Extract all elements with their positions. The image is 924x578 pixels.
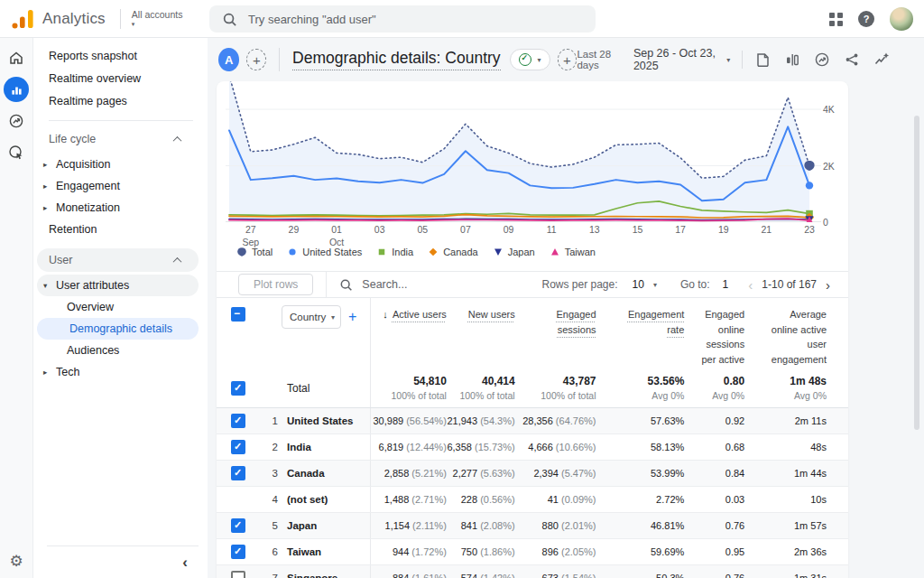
chevron-down-icon: ▾ xyxy=(43,281,56,290)
row-index: 3 xyxy=(262,461,278,486)
sidebar-item-audiences[interactable]: Audiences xyxy=(34,340,199,361)
report-nav: Reports snapshotRealtime overviewRealtim… xyxy=(34,38,208,578)
report-header: A + Demographic details: Country ▾ + Las… xyxy=(208,38,924,81)
column-header-engaged-sessions[interactable]: Engaged sessions xyxy=(515,298,596,368)
sidebar-item-user-attributes[interactable]: ▾User attributes xyxy=(37,275,199,296)
help-icon[interactable]: ? xyxy=(858,11,874,27)
insights-sparkline-icon[interactable] xyxy=(873,51,890,68)
column-header-engagement-rate[interactable]: Engagement rate xyxy=(596,298,685,368)
plot-rows-button[interactable]: Plot rows xyxy=(238,274,313,295)
sidebar-item-monetization[interactable]: ▸Monetization xyxy=(34,197,199,219)
row-checkbox[interactable] xyxy=(231,440,245,454)
x-axis-label: 13 xyxy=(589,224,600,237)
table-search-input[interactable]: Search... xyxy=(339,278,407,292)
table-toolbar: Plot rows Search... Rows per page: 10 ▾ … xyxy=(217,271,848,298)
chevron-up-icon xyxy=(173,135,182,144)
table-total-row: Total54,810100% of total40,414100% of to… xyxy=(217,368,848,408)
country-name: Japan xyxy=(278,513,370,538)
chevron-right-icon: ▸ xyxy=(43,203,56,212)
check-circle-icon xyxy=(519,53,531,66)
chevron-down-icon: ▾ xyxy=(726,56,730,64)
date-range-picker[interactable]: Sep 26 - Oct 23, 2025 ▾ xyxy=(633,47,730,72)
table-row: 1United States30,989 (56.54%)21,943 (54.… xyxy=(217,408,848,434)
date-range-value: Sep 26 - Oct 23, 2025 xyxy=(633,47,720,72)
reports-icon[interactable] xyxy=(4,77,29,102)
x-axis-label: 11 xyxy=(547,224,557,237)
apps-grid-icon[interactable] xyxy=(829,13,843,26)
column-header-active-users[interactable]: ↓ Active users xyxy=(371,298,447,368)
x-axis-label: 05 xyxy=(417,224,428,237)
table-search-placeholder: Search... xyxy=(362,278,407,291)
row-checkbox[interactable] xyxy=(231,571,245,578)
table-row: 2India6,819 (12.44%)6,358 (15.73%)4,666 … xyxy=(217,434,848,461)
collapse-sidebar-icon[interactable]: ‹ xyxy=(182,554,188,572)
timeseries-chart[interactable] xyxy=(226,81,821,222)
table-row: 7Singapore884 (1.61%)574 (1.42%)673 (1.5… xyxy=(217,565,848,578)
row-checkbox[interactable] xyxy=(231,466,245,480)
add-dimension-icon[interactable]: + xyxy=(348,309,356,325)
prev-page-icon[interactable]: ‹ xyxy=(748,277,753,293)
total-label: Total xyxy=(278,368,370,407)
entity-avatar[interactable]: A xyxy=(218,48,239,71)
sidebar-section-life-cycle[interactable]: Life cycle xyxy=(34,127,199,151)
sidebar-item-demographic-details[interactable]: Demographic details xyxy=(37,318,199,340)
x-axis-label: 03 xyxy=(374,224,385,237)
report-saved-state[interactable]: ▾ xyxy=(510,49,550,70)
table-header: Country ▾ + ↓ Active usersNew usersEngag… xyxy=(217,298,848,368)
add-entity-button[interactable]: + xyxy=(246,49,266,70)
global-search-input[interactable]: Try searching "add user" xyxy=(209,5,596,33)
sort-descending-icon: ↓ xyxy=(383,309,391,320)
share-icon[interactable] xyxy=(844,51,860,68)
x-axis-label: 01Oct xyxy=(329,224,344,248)
chevron-right-icon: ▸ xyxy=(43,182,56,191)
sidebar-item-acquisition[interactable]: ▸Acquisition xyxy=(34,154,199,175)
sidebar-item-reports-snapshot[interactable]: Reports snapshot xyxy=(34,45,199,67)
sidebar-item-realtime-pages[interactable]: Realtime pages xyxy=(34,90,199,112)
home-icon[interactable] xyxy=(4,45,29,70)
compare-icon[interactable] xyxy=(784,51,800,68)
column-header-new-users[interactable]: New users xyxy=(447,298,515,368)
sidebar-item-retention[interactable]: Retention xyxy=(34,219,199,240)
legend-marker-diamond-icon xyxy=(428,247,439,257)
row-checkbox[interactable] xyxy=(231,545,245,559)
sidebar-item-tech[interactable]: ▸Tech xyxy=(34,361,199,383)
insights-history-icon[interactable] xyxy=(814,51,830,68)
explore-icon[interactable] xyxy=(4,108,29,134)
x-axis-label: 23 xyxy=(804,224,815,237)
legend-item-united-states: United States xyxy=(287,247,362,257)
admin-gear-icon[interactable]: ⚙ xyxy=(9,552,23,571)
pagination-range: 1-10 of 167 xyxy=(762,278,817,291)
add-report-tab-button[interactable]: + xyxy=(558,49,578,70)
dimension-select[interactable]: Country ▾ xyxy=(282,305,341,329)
row-checkbox[interactable] xyxy=(231,518,245,533)
legend-marker-square-icon xyxy=(376,247,387,257)
next-page-icon[interactable]: › xyxy=(826,277,830,293)
go-to-input[interactable]: 1 xyxy=(723,278,729,291)
page-scrollbar[interactable] xyxy=(914,116,919,430)
chart-zone: 02K4K 27Sep2901Oct0305070911131517192123… xyxy=(217,81,848,271)
sidebar-footer: ‹ xyxy=(47,545,199,578)
date-range-label: Last 28 days xyxy=(577,49,624,70)
rows-per-page-select[interactable]: 10 xyxy=(633,278,644,291)
y-axis-label: 0 xyxy=(823,217,828,228)
legend-marker-triangle-down-icon xyxy=(493,247,504,257)
advertising-icon[interactable] xyxy=(4,140,29,165)
account-switcher[interactable]: All accounts ▾ xyxy=(132,9,183,27)
sidebar-item-engagement[interactable]: ▸Engagement xyxy=(34,175,199,197)
chevron-down-icon: ▾ xyxy=(653,281,657,289)
sidebar-item-overview[interactable]: Overview xyxy=(34,296,199,318)
column-header-average-online-active-user-engagement-time[interactable]: Average online active user engagement ti… xyxy=(744,298,827,368)
chevron-right-icon: ▸ xyxy=(43,160,56,169)
user-avatar[interactable] xyxy=(890,7,913,31)
country-name: Singapore xyxy=(278,565,370,578)
row-checkbox[interactable] xyxy=(231,381,245,396)
rows-per-page-label: Rows per page: xyxy=(541,278,617,291)
row-checkbox[interactable] xyxy=(231,414,245,428)
report-title[interactable]: Demographic details: Country xyxy=(292,49,501,70)
select-all-checkbox[interactable] xyxy=(231,307,245,322)
sidebar-section-user[interactable]: User xyxy=(37,248,199,272)
column-header-engaged-online-sessions-per-active-user[interactable]: Engaged online sessions per active user xyxy=(684,298,744,368)
notes-icon[interactable] xyxy=(754,51,771,68)
row-index: 7 xyxy=(262,565,278,578)
sidebar-item-realtime-overview[interactable]: Realtime overview xyxy=(34,68,199,89)
